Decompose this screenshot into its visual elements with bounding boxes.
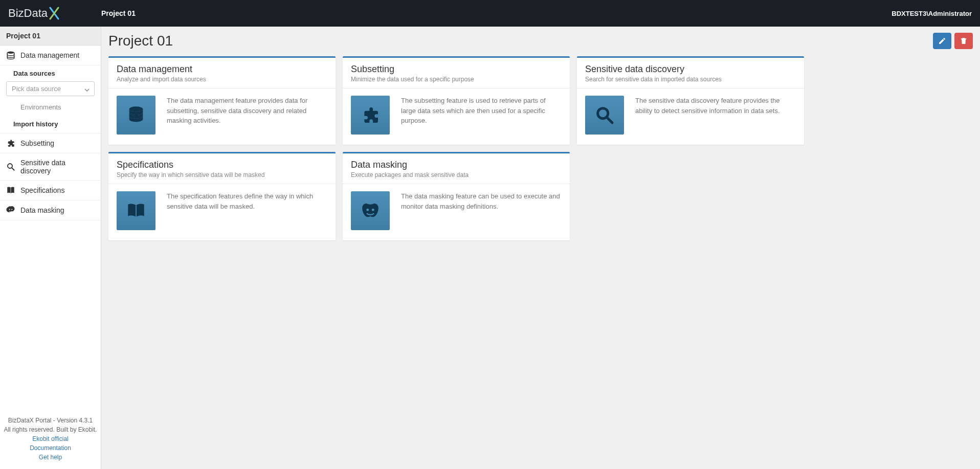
sidebar-item-data-masking[interactable]: Data masking: [0, 200, 101, 220]
card-sensitive-discovery[interactable]: Sensitive data discovery Search for sens…: [577, 56, 804, 145]
card-subsetting[interactable]: Subsetting Minimize the data used for a …: [343, 56, 570, 145]
data-source-select-placeholder: Pick data source: [12, 85, 61, 93]
sidebar-footer: BizDataX Portal - Version 4.3.1 All righ…: [0, 411, 101, 469]
data-source-select[interactable]: Pick data source: [6, 81, 95, 96]
sidebar-item-label: Data masking: [20, 206, 64, 214]
svg-line-2: [12, 168, 14, 170]
sidebar-subhead-data-sources: Data sources: [0, 65, 101, 79]
page-title: Project 01: [108, 33, 173, 49]
svg-point-5: [11, 209, 12, 210]
sidebar-item-data-management[interactable]: Data management: [0, 46, 101, 65]
puzzle-icon: [351, 96, 390, 135]
brand-x-icon: [49, 7, 60, 20]
sidebar-item-label: Sensitive data discovery: [20, 159, 95, 175]
sidebar-item-sensitive-discovery[interactable]: Sensitive data discovery: [0, 153, 101, 181]
svg-line-8: [607, 118, 612, 123]
footer-version: BizDataX Portal - Version 4.3.1: [3, 416, 98, 425]
edit-button[interactable]: [933, 33, 951, 49]
trash-icon: [960, 37, 968, 45]
mask-icon: [6, 206, 15, 215]
card-subtitle: Search for sensitive data in imported da…: [585, 76, 796, 83]
svg-point-4: [9, 209, 10, 210]
sidebar-project-name: Project 01: [0, 27, 101, 46]
database-icon: [6, 51, 15, 60]
card-title: Sensitive data discovery: [585, 64, 796, 75]
sidebar-item-label: Specifications: [20, 186, 64, 194]
card-title: Data masking: [351, 160, 562, 170]
card-subtitle: Specify the way in which sensitive data …: [117, 171, 327, 178]
sidebar-item-label: Data management: [20, 51, 79, 59]
footer-link-get-help[interactable]: Get help: [3, 453, 98, 462]
card-description: The specification features define the wa…: [167, 191, 327, 211]
card-description: The data masking feature can be used to …: [401, 191, 562, 211]
footer-rights: All rights reserved. Built by Ekobit.: [3, 425, 98, 434]
card-title: Data management: [117, 64, 327, 75]
svg-point-6: [129, 106, 143, 111]
sidebar: Project 01 Data management Data sources …: [0, 27, 101, 469]
sidebar-link-environments[interactable]: Environments: [0, 100, 101, 116]
search-icon: [585, 96, 624, 135]
card-specifications[interactable]: Specifications Specify the way in which …: [108, 152, 336, 240]
delete-button[interactable]: [954, 33, 973, 49]
card-data-management[interactable]: Data management Analyze and import data …: [108, 56, 336, 145]
card-title: Specifications: [117, 160, 327, 170]
mask-icon: [351, 191, 390, 230]
sidebar-item-subsetting[interactable]: Subsetting: [0, 133, 101, 153]
book-icon: [6, 186, 15, 195]
card-description: The subsetting feature is used to retrie…: [401, 96, 562, 126]
card-description: The sensitive data discovery feature pro…: [635, 96, 796, 116]
sidebar-link-import-history[interactable]: Import history: [0, 116, 101, 133]
sidebar-item-specifications[interactable]: Specifications: [0, 181, 101, 200]
card-subtitle: Analyze and import data sources: [117, 76, 327, 83]
book-icon: [117, 191, 155, 230]
footer-link-ekobit[interactable]: Ekobit official: [3, 434, 98, 443]
topbar: BizData Project 01 BDXTEST3\Administrato…: [0, 0, 980, 27]
card-description: The data management feature provides dat…: [167, 96, 327, 126]
search-icon: [6, 162, 15, 171]
card-subtitle: Minimize the data used for a specific pu…: [351, 76, 562, 83]
topbar-user[interactable]: BDXTEST3\Administrator: [892, 10, 972, 17]
edit-icon: [938, 37, 946, 45]
topbar-project-title: Project 01: [101, 9, 136, 17]
svg-point-10: [366, 209, 369, 211]
card-subtitle: Execute packages and mask sensitive data: [351, 171, 562, 178]
sidebar-item-label: Subsetting: [20, 139, 54, 147]
svg-point-11: [372, 209, 374, 211]
main-content: Project 01 Data management Analyze and i…: [101, 27, 980, 469]
brand-logo[interactable]: BizData: [8, 7, 101, 20]
puzzle-icon: [6, 139, 15, 148]
database-icon: [117, 96, 155, 135]
card-data-masking[interactable]: Data masking Execute packages and mask s…: [343, 152, 570, 240]
svg-point-0: [7, 52, 14, 54]
brand-prefix: BizData: [8, 7, 48, 20]
card-title: Subsetting: [351, 64, 562, 75]
footer-link-documentation[interactable]: Documentation: [3, 443, 98, 453]
